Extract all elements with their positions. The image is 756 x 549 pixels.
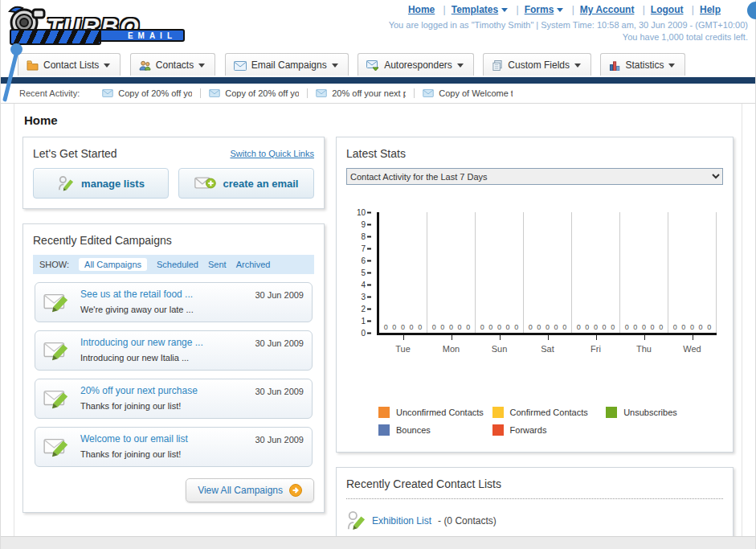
contact-lists-title: Recently Created Contact Lists [346, 477, 723, 490]
campaign-title-link[interactable]: Introducing our new range ... [80, 337, 248, 348]
x-axis-day-label: Sun [476, 344, 523, 354]
campaign-date: 30 Jun 2009 [255, 385, 304, 396]
dotted-divider [346, 498, 723, 499]
chart-value-label: 0 [410, 323, 414, 331]
filter-archived[interactable]: Archived [236, 260, 271, 269]
campaign-subtitle: Thanks for joining our list! [80, 401, 181, 411]
logo-stripes [10, 29, 101, 45]
chart-day-group: 00000Sat [524, 212, 572, 333]
chart-value-label: 0 [707, 323, 711, 331]
chart-value-label: 0 [401, 323, 405, 331]
x-axis-day-label: Wed [668, 344, 716, 354]
chart-value-label: 0 [384, 323, 388, 331]
top-link-templates[interactable]: Templates [452, 4, 498, 15]
tab-contact-lists[interactable]: Contact Lists [18, 53, 121, 76]
chevron-down-icon [198, 64, 205, 68]
app-window: TURBO EMAIL Home Templates Forms My Acco… [0, 0, 756, 549]
logo-subtitle: EMAIL [128, 31, 177, 40]
create-an-email-button[interactable]: create an email [178, 168, 314, 199]
envelope-icon [316, 89, 327, 97]
chevron-down-icon [501, 8, 508, 12]
top-link-home[interactable]: Home [408, 4, 435, 15]
campaign-subtitle: Introducing our new Italia ... [80, 353, 189, 363]
tab-custom-fields[interactable]: Custom Fields [483, 53, 591, 76]
manage-lists-button[interactable]: manage lists [33, 168, 169, 199]
get-started-title: Let's Get Started [33, 147, 117, 160]
envelope-pencil-icon [43, 290, 72, 314]
person-pencil-icon [57, 175, 75, 191]
chevron-down-icon [668, 64, 675, 68]
top-link-help[interactable]: Help [700, 4, 721, 15]
latest-stats-title: Latest Stats [346, 147, 723, 160]
recent-activity-item[interactable]: Copy of 20% off yo [201, 88, 308, 98]
campaign-title-link[interactable]: See us at the retail food ... [80, 289, 248, 300]
envelope-pencil-icon [43, 338, 72, 363]
top-link-my-account[interactable]: My Account [580, 4, 635, 15]
campaigns-filter-bar: SHOW: All Campaigns Scheduled Sent Archi… [33, 255, 314, 274]
chart-value-label: 0 [585, 323, 589, 331]
legend-item: Unsubscribes [606, 407, 720, 418]
chevron-down-icon [557, 8, 563, 12]
stats-period-select[interactable]: Contact Activity for the Last 7 Days [346, 168, 723, 185]
filter-scheduled[interactable]: Scheduled [157, 260, 198, 269]
recent-activity-item[interactable]: 20% off your next p [308, 88, 415, 98]
chart-value-label: 0 [537, 323, 541, 331]
pages-icon [492, 60, 503, 71]
envelope-icon [234, 61, 247, 71]
corner-dot-decoration [747, 2, 756, 19]
recent-activity-label: Recent Activity: [19, 88, 80, 98]
x-axis-day-label: Mon [427, 344, 475, 354]
chart-day-group: 00000Fri [572, 212, 620, 333]
contact-list-count: - (0 Contacts) [438, 515, 497, 526]
chart-value-label: 0 [681, 323, 685, 331]
top-link-forms[interactable]: Forms [525, 4, 554, 15]
y-axis-tick-label: 10 [357, 208, 371, 217]
envelope-pencil-icon [43, 387, 72, 411]
recent-activity-item[interactable]: Copy of Welcome to [415, 88, 521, 98]
tab-contacts[interactable]: Contacts [130, 53, 215, 76]
campaign-date: 30 Jun 2009 [255, 433, 304, 445]
chart-day-group: 00000Sun [476, 212, 524, 333]
tab-email-campaigns[interactable]: Email Campaigns [225, 53, 349, 76]
chart-legend: Unconfirmed Contacts Confirmed Contacts … [378, 407, 723, 442]
chart-value-label: 0 [418, 323, 422, 331]
chart-value-label: 0 [497, 323, 501, 331]
login-info: You are logged in as "Timothy Smith" | S… [389, 19, 748, 43]
chart-value-label: 0 [562, 323, 566, 331]
chart-value-label: 0 [392, 323, 396, 331]
legend-item: Forwards [492, 424, 607, 436]
chart-day-group: 00000Thu [620, 212, 668, 333]
chart-y-axis: 012345678910 [353, 212, 375, 333]
annotation-pin-icon [10, 43, 22, 55]
x-axis-day-label: Tue [379, 344, 427, 354]
legend-swatch-bounces [378, 424, 390, 436]
chart-value-label: 0 [577, 323, 581, 331]
logo-email-bar: EMAIL [27, 29, 185, 42]
legend-item: Bounces [378, 424, 492, 436]
chevron-down-icon [457, 64, 464, 68]
campaign-date: 30 Jun 2009 [255, 289, 304, 300]
switch-to-quick-links[interactable]: Switch to Quick Links [230, 149, 314, 158]
chevron-down-icon [332, 64, 338, 68]
chart-value-label: 0 [690, 323, 694, 331]
campaign-title-link[interactable]: Welcome to our email list [80, 433, 248, 445]
top-link-logout[interactable]: Logout [651, 4, 684, 15]
chart-value-label: 0 [449, 323, 453, 331]
tab-autoresponders[interactable]: Autoresponders [358, 53, 474, 76]
contact-list-link[interactable]: Exhibition List [372, 515, 431, 526]
tab-statistics[interactable]: Statistics [600, 53, 685, 76]
x-axis-day-label: Thu [620, 344, 668, 354]
recent-activity-item[interactable]: Copy of 20% off yo [94, 88, 201, 98]
login-info-line: You are logged in as "Timothy Smith" | S… [389, 19, 748, 31]
filter-sent[interactable]: Sent [208, 260, 227, 269]
filter-all-campaigns[interactable]: All Campaigns [79, 258, 147, 271]
contacts-icon [139, 60, 151, 71]
campaign-title-link[interactable]: 20% off your next purchase [80, 385, 248, 396]
nav-divider-bar [0, 77, 756, 84]
legend-swatch-unsubscribes [606, 407, 617, 418]
view-all-campaigns-button[interactable]: View All Campaigns [186, 478, 314, 502]
chart-value-label: 0 [458, 323, 462, 331]
envelope-icon [209, 89, 220, 97]
credits-info-line: You have 1,000 total credits left. [389, 31, 748, 43]
y-axis-tick-label: 5 [361, 268, 371, 277]
